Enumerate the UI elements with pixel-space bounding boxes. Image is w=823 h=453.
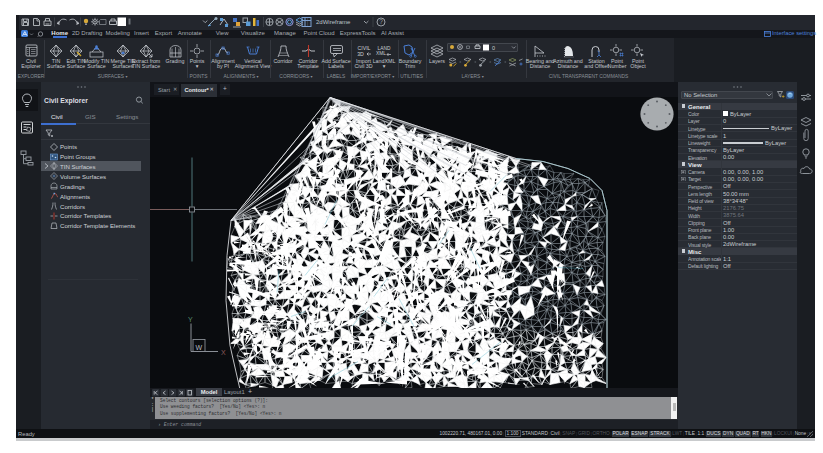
svg-text:XML: XML — [376, 51, 386, 56]
svg-text:X: X — [221, 348, 226, 355]
svg-text:?: ? — [379, 18, 383, 25]
svg-text:LAND: LAND — [378, 45, 391, 50]
svg-text:Y: Y — [188, 315, 193, 322]
svg-text:W: W — [196, 343, 203, 350]
svg-text:3D: 3D — [357, 50, 364, 56]
svg-text:0: 0 — [492, 45, 495, 51]
